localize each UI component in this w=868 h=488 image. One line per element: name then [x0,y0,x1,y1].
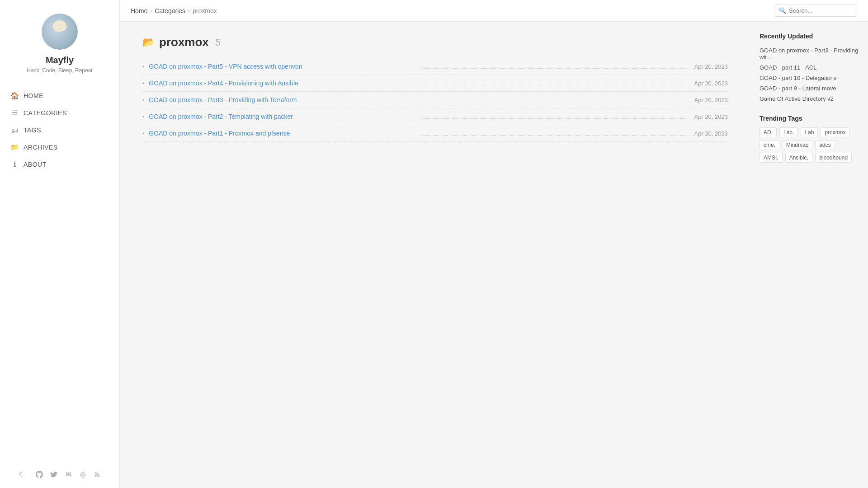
post-dots [421,135,688,136]
nav-label-about: ABOUT [24,161,47,168]
avatar [42,14,78,50]
sidebar: Mayfly Hack, Code, Sleep, Repeat 🏠 HOME … [0,0,120,488]
tag[interactable]: adcs [815,140,835,150]
breadcrumb-current: proxmox [193,7,217,14]
post-link[interactable]: GOAD on proxmox - Part3 - Providing with… [149,96,415,103]
nav-item-categories[interactable]: ☰ CATEGORIES [0,104,119,122]
tag-cloud: AD,Lab,Labproxmoxcme,MindmapadcsAMSI,Ans… [760,127,859,163]
recent-item[interactable]: GOAD - part 9 - Lateral move [760,83,859,94]
post-item: • GOAD on proxmox - Part4 - Provisioning… [142,75,728,92]
post-item: • GOAD on proxmox - Part2 - Templating w… [142,108,728,125]
recent-item[interactable]: Game Of Active Directory v2 [760,94,859,104]
search-icon: 🔍 [779,7,786,14]
nav-label-home: HOME [24,92,43,99]
recently-updated-title: Recently Updated [760,33,859,40]
theme-toggle-icon[interactable]: ☾ [16,468,28,481]
tags-icon: 🏷 [11,126,19,134]
nav-item-tags[interactable]: 🏷 TAGS [0,122,119,139]
post-date: Apr 20, 2023 [694,80,728,87]
nav-menu: 🏠 HOME ☰ CATEGORIES 🏷 TAGS 📁 ARCHIVES ℹ … [0,87,119,173]
content-wrapper: 📂 proxmox 5 • GOAD on proxmox - Part5 - … [120,22,868,488]
tag[interactable]: cme, [760,140,779,150]
page-title: proxmox [159,35,209,49]
post-date: Apr 20, 2023 [694,130,728,137]
github-icon[interactable] [33,468,46,481]
nav-item-home[interactable]: 🏠 HOME [0,87,119,104]
tag[interactable]: Lab [801,127,818,137]
post-bullet: • [142,114,144,120]
post-bullet: • [142,131,144,137]
main-content: 📂 proxmox 5 • GOAD on proxmox - Part5 - … [120,22,750,488]
email-icon[interactable]: ✉ [62,468,75,481]
breadcrumb: Home › Categories › proxmox [131,7,770,14]
post-dots [421,102,688,102]
post-bullet: • [142,97,144,103]
nav-label-categories: CATEGORIES [24,109,67,117]
twitter-icon[interactable] [47,468,60,481]
post-bullet: • [142,80,144,87]
nav-label-tags: TAGS [24,127,41,134]
rss-icon[interactable] [91,468,104,481]
page-header: 📂 proxmox 5 [142,35,728,49]
codepen-icon[interactable]: ◎ [76,468,89,481]
breadcrumb-sep-1: › [150,8,152,14]
tag[interactable]: Lab, [779,127,798,137]
post-item: • GOAD on proxmox - Part3 - Providing wi… [142,92,728,108]
avatar-image [42,14,78,50]
post-count: 5 [215,37,221,48]
categories-icon: ☰ [11,109,19,117]
right-sidebar: Recently Updated GOAD on proxmox - Part3… [750,22,868,488]
search-box[interactable]: 🔍 [774,5,857,17]
recent-list: GOAD on proxmox - Part3 - Providing wit.… [760,45,859,104]
tag[interactable]: Mindmap [782,140,812,150]
about-icon: ℹ [11,160,19,169]
archives-icon: 📁 [11,143,19,151]
post-list: • GOAD on proxmox - Part5 - VPN access w… [142,58,728,142]
tag[interactable]: proxmox [821,127,849,137]
recent-item[interactable]: GOAD on proxmox - Part3 - Providing wit.… [760,45,859,62]
top-bar: Home › Categories › proxmox 🔍 [120,0,868,22]
nav-label-archives: ARCHIVES [24,144,58,151]
main-area: Home › Categories › proxmox 🔍 📂 proxmox … [120,0,868,488]
post-item: • GOAD on proxmox - Part5 - VPN access w… [142,58,728,75]
post-item: • GOAD on proxmox - Part1 - Proxmox and … [142,125,728,142]
recent-item[interactable]: GOAD - part 11 - ACL [760,62,859,73]
post-link[interactable]: GOAD on proxmox - Part5 - VPN access wit… [149,63,415,70]
post-link[interactable]: GOAD on proxmox - Part4 - Provisioning w… [149,80,415,87]
nav-item-archives[interactable]: 📁 ARCHIVES [0,139,119,156]
site-title: Mayfly [46,55,74,66]
breadcrumb-home[interactable]: Home [131,7,147,14]
trending-tags-title: Trending Tags [760,115,859,122]
nav-item-about[interactable]: ℹ ABOUT [0,156,119,173]
home-icon: 🏠 [11,92,19,100]
post-bullet: • [142,64,144,70]
post-date: Apr 20, 2023 [694,113,728,120]
breadcrumb-sep-2: › [188,8,190,14]
folder-icon: 📂 [142,37,155,48]
post-link[interactable]: GOAD on proxmox - Part1 - Proxmox and pf… [149,130,415,137]
tag[interactable]: Ansible, [785,153,813,163]
sidebar-footer: ☾ · ✉ ◎ [7,461,113,488]
search-input[interactable] [789,7,852,14]
tag[interactable]: AD, [760,127,777,137]
site-subtitle: Hack, Code, Sleep, Repeat [18,67,101,74]
recent-item[interactable]: GOAD - part 10 - Delegations [760,73,859,83]
post-date: Apr 20, 2023 [694,97,728,103]
post-dots [421,118,688,119]
post-link[interactable]: GOAD on proxmox - Part2 - Templating wit… [149,113,415,120]
tag[interactable]: AMSI, [760,153,783,163]
post-date: Apr 20, 2023 [694,63,728,70]
post-dots [421,85,688,85]
breadcrumb-categories[interactable]: Categories [155,7,185,14]
post-dots [421,68,688,69]
tag[interactable]: bloodhound [815,153,852,163]
trending-section: Trending Tags AD,Lab,Labproxmoxcme,Mindm… [760,115,859,163]
